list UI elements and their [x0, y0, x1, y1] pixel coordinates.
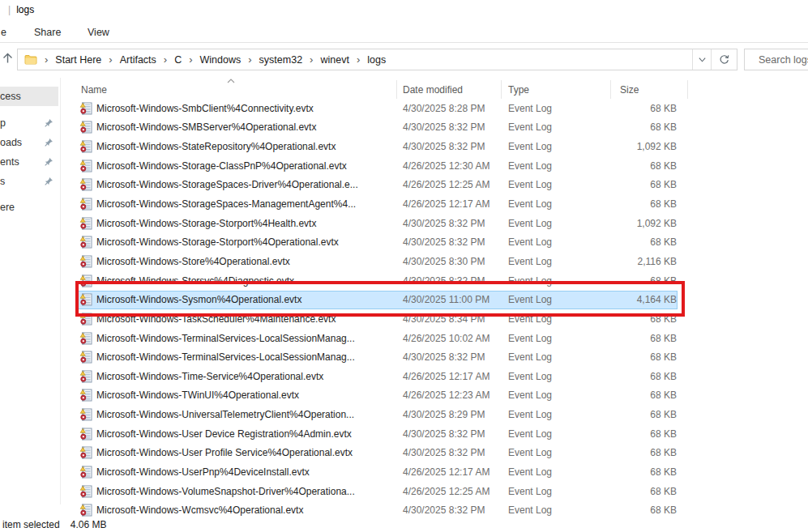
file-type: Event Log: [508, 389, 552, 401]
file-date-modified: 4/30/2025 8:34 PM: [403, 313, 485, 325]
event-log-file-icon: [79, 121, 92, 134]
file-row[interactable]: Microsoft-Windows-Store%4Operational.evt…: [0, 252, 808, 271]
ribbon-divider: [0, 42, 808, 43]
window-title: logs: [16, 4, 34, 15]
breadcrumb-separator-icon: ›: [164, 53, 167, 66]
file-row[interactable]: Microsoft-Windows-Storage-Storport%4Oper…: [0, 232, 808, 252]
file-name: Microsoft-Windows-Wcmsvc%4Operational.ev…: [96, 504, 303, 516]
file-size: 68 KB: [596, 160, 677, 172]
breadcrumb-separator-icon: ›: [248, 53, 251, 66]
event-log-file-icon: [79, 140, 92, 153]
file-name: Microsoft-Windows-Storage-Storport%4Heal…: [96, 218, 316, 229]
file-row[interactable]: Microsoft-Windows-Storsvc%4Diagnostic.ev…: [0, 271, 808, 291]
status-selection-text: item selected: [2, 519, 60, 530]
column-header-type[interactable]: Type: [508, 84, 529, 96]
file-row[interactable]: Microsoft-Windows-TerminalServices-Local…: [0, 329, 808, 348]
file-row[interactable]: Microsoft-Windows-UserPnp%4DeviceInstall…: [0, 462, 808, 482]
up-arrow-icon[interactable]: [2, 52, 15, 65]
file-size: 68 KB: [596, 447, 677, 458]
file-type: Event Log: [508, 236, 552, 248]
file-date-modified: 4/30/2025 8:32 PM: [403, 236, 485, 248]
breadcrumb-separator-icon: ›: [310, 53, 313, 66]
event-log-file-icon: [79, 332, 92, 345]
file-size: 68 KB: [596, 179, 677, 190]
file-name: Microsoft-Windows-Time-Service%4Operatio…: [96, 371, 323, 382]
breadcrumb-item[interactable]: Start Here: [55, 54, 101, 66]
column-header-size[interactable]: Size: [620, 84, 639, 96]
chevron-down-icon: [698, 55, 707, 64]
column-header-name[interactable]: Name: [81, 84, 107, 96]
search-input[interactable]: [744, 49, 808, 70]
breadcrumb-item[interactable]: Artifacts: [120, 54, 156, 66]
file-row[interactable]: Microsoft-Windows-TerminalServices-Local…: [0, 347, 808, 367]
file-row[interactable]: Microsoft-Windows-TWinUI%4Operational.ev…: [0, 386, 808, 406]
file-row[interactable]: Microsoft-Windows-Sysmon%4Operational.ev…: [0, 290, 808, 309]
file-row[interactable]: Microsoft-Windows-User Profile Service%4…: [0, 444, 808, 463]
file-type: Event Log: [508, 179, 552, 190]
file-name: Microsoft-Windows-VolumeSnapshot-Driver%…: [96, 486, 355, 497]
file-row[interactable]: Microsoft-Windows-StorageSpaces-Driver%4…: [0, 176, 808, 195]
event-log-file-icon: [79, 217, 92, 230]
file-name: Microsoft-Windows-User Profile Service%4…: [96, 447, 353, 458]
file-row[interactable]: Microsoft-Windows-Storage-ClassPnP%4Oper…: [0, 156, 808, 176]
tab-home-partial[interactable]: e: [1, 27, 6, 38]
file-name: Microsoft-Windows-SMBServer%4Operational…: [96, 121, 316, 133]
file-name: Microsoft-Windows-UserPnp%4DeviceInstall…: [96, 466, 310, 478]
file-size: 2,116 KB: [596, 256, 677, 267]
column-header-date-modified[interactable]: Date modified: [403, 84, 463, 96]
address-bar[interactable]: ›Start Here›Artifacts›C›Windows›system32…: [17, 49, 737, 70]
file-row[interactable]: Microsoft-Windows-User Device Registrati…: [0, 424, 808, 444]
tab-share[interactable]: Share: [34, 27, 61, 38]
event-log-file-icon: [79, 160, 92, 172]
file-row[interactable]: Microsoft-Windows-StorageSpaces-Manageme…: [0, 194, 808, 214]
column-header-row: Name Date modified Type Size: [0, 80, 808, 99]
breadcrumb-item[interactable]: winevt: [320, 54, 348, 66]
column-divider[interactable]: [396, 80, 397, 99]
file-date-modified: 4/30/2025 8:28 PM: [403, 103, 485, 114]
column-divider[interactable]: [687, 80, 688, 99]
address-dropdown-button[interactable]: [692, 49, 711, 70]
file-type: Event Log: [508, 371, 552, 382]
file-row[interactable]: Microsoft-Windows-VolumeSnapshot-Driver%…: [0, 482, 808, 501]
file-size: 68 KB: [596, 121, 677, 133]
file-row[interactable]: Microsoft-Windows-Storage-Storport%4Heal…: [0, 214, 808, 233]
file-row[interactable]: Microsoft-Windows-Wcmsvc%4Operational.ev…: [0, 500, 808, 518]
event-log-file-icon: [79, 351, 92, 364]
breadcrumb-item[interactable]: Windows: [200, 54, 242, 66]
file-size: 68 KB: [596, 389, 677, 401]
file-name: Microsoft-Windows-Sysmon%4Operational.ev…: [96, 294, 301, 305]
file-date-modified: 4/26/2025 12:30 AM: [403, 160, 490, 172]
breadcrumb-separator-icon: ›: [109, 53, 112, 66]
file-type: Event Log: [508, 409, 552, 420]
file-row[interactable]: Microsoft-Windows-Time-Service%4Operatio…: [0, 367, 808, 386]
file-row[interactable]: Microsoft-Windows-SmbClient%4Connectivit…: [0, 99, 808, 118]
file-size: 68 KB: [596, 466, 677, 478]
breadcrumb-separator-icon: ›: [45, 53, 48, 66]
file-name: Microsoft-Windows-User Device Registrati…: [96, 428, 352, 440]
status-selection-size: 4.06 MB: [71, 519, 107, 530]
file-size: 68 KB: [596, 486, 677, 497]
folder-icon: [24, 54, 37, 65]
refresh-button[interactable]: [711, 49, 737, 70]
column-divider[interactable]: [501, 80, 502, 99]
file-row[interactable]: Microsoft-Windows-UniversalTelemetryClie…: [0, 405, 808, 424]
file-row[interactable]: Microsoft-Windows-TaskScheduler%4Mainten…: [0, 309, 808, 329]
tab-view[interactable]: View: [88, 27, 109, 38]
breadcrumb-item[interactable]: logs: [367, 54, 386, 66]
breadcrumb-item[interactable]: system32: [259, 54, 303, 66]
file-name: Microsoft-Windows-TerminalServices-Local…: [96, 333, 355, 344]
breadcrumb-separator-icon: ›: [357, 53, 360, 66]
file-name: Microsoft-Windows-StorageSpaces-Driver%4…: [96, 179, 358, 190]
file-row[interactable]: Microsoft-Windows-StateRepository%4Opera…: [0, 137, 808, 156]
file-size: 1,092 KB: [596, 141, 677, 152]
file-name: Microsoft-Windows-StateRepository%4Opera…: [96, 141, 336, 152]
file-row[interactable]: Microsoft-Windows-SMBServer%4Operational…: [0, 118, 808, 138]
file-date-modified: 4/30/2025 8:32 PM: [403, 218, 485, 229]
breadcrumb-item[interactable]: C: [174, 54, 182, 66]
event-log-file-icon: [79, 485, 92, 498]
file-type: Event Log: [508, 351, 552, 363]
file-type: Event Log: [508, 256, 552, 267]
file-type: Event Log: [508, 198, 552, 210]
file-date-modified: 4/26/2025 12:17 AM: [403, 466, 490, 478]
column-divider[interactable]: [610, 80, 611, 99]
